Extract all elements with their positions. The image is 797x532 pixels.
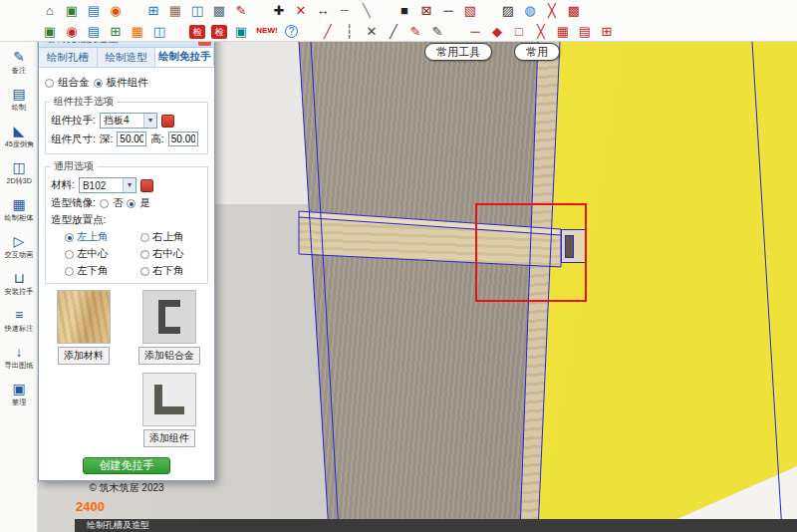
check-badge-icon[interactable]: 检: [189, 25, 205, 39]
sidebar-item-organize[interactable]: ▣ 整理: [0, 376, 38, 412]
radio-mirror-yes[interactable]: [127, 199, 135, 208]
top-toolbar: ⌂ ▣ ▤ ◉ ⊞ ▦ ◫ ▩ ✎ ✚ ✕ ↔ ┄ ╲ ■ ⊠ ─ ▧ ▨ ◍ …: [0, 0, 797, 42]
sidebar-item-animation[interactable]: ▷ 交互动画: [0, 228, 38, 265]
add-icon[interactable]: ✚: [271, 3, 287, 19]
red-diamond-icon[interactable]: ◆: [489, 24, 505, 40]
add-component-button[interactable]: 添加组件: [143, 429, 195, 447]
cabinet-icon[interactable]: ▦: [167, 3, 183, 19]
grid-hatch-icon[interactable]: ▩: [566, 3, 582, 19]
radio-mirror-no[interactable]: [100, 199, 109, 208]
red-hline-icon[interactable]: ─: [467, 24, 483, 40]
solid-square-icon[interactable]: ■: [397, 3, 412, 19]
materials-icon[interactable]: ▤: [86, 3, 102, 19]
x-tool-icon[interactable]: ✕: [364, 24, 380, 40]
handle-picker-button[interactable]: [161, 115, 174, 128]
placement-label: 造型放置点:: [51, 213, 106, 227]
teal-panel-icon[interactable]: ▣: [233, 24, 249, 40]
orange-grid-icon[interactable]: ▦: [130, 24, 145, 40]
placement-top-left[interactable]: 左上角: [65, 230, 127, 244]
placement-mid-right[interactable]: 右中心: [140, 247, 202, 261]
sidebar-item-handle[interactable]: ⊔ 安装拉手: [0, 265, 38, 302]
h-line-icon[interactable]: ─: [440, 3, 456, 19]
red-rows-icon[interactable]: ▤: [577, 24, 593, 40]
home-icon[interactable]: ⌂: [42, 3, 58, 19]
handle-select[interactable]: 挡板4 ▾: [100, 113, 157, 129]
radio-mid-left[interactable]: [65, 250, 74, 259]
add-aluminum-button[interactable]: 添加铝合金: [138, 347, 200, 365]
material-picker-button[interactable]: [140, 179, 153, 192]
red-line-icon[interactable]: ╱: [320, 24, 336, 40]
green-grid-icon[interactable]: ⊞: [108, 24, 124, 40]
handle-select-row: 组件拉手: 挡板4 ▾: [51, 113, 202, 129]
placement-bottom-left[interactable]: 左下角: [65, 264, 127, 278]
dashed-line-icon[interactable]: ┄: [337, 3, 353, 19]
material-select[interactable]: B102 ▾: [79, 177, 136, 193]
radio-panel-component[interactable]: [94, 79, 103, 88]
dialog-footer: © 筑木筑居 2023: [45, 481, 208, 495]
create-handle-free-button[interactable]: 创建免拉手: [83, 457, 170, 474]
handle-options-group: 组件拉手选项 组件拉手: 挡板4 ▾ 组件尺寸: 深: 高:: [45, 95, 208, 154]
material-preview[interactable]: [57, 290, 111, 344]
hatch-right-icon[interactable]: ▨: [500, 3, 516, 19]
rail-end-tenon[interactable]: [561, 229, 586, 263]
v-dashed-icon[interactable]: ┆: [342, 24, 358, 40]
sidebar-item-cabinet[interactable]: ▦ 绘制柜体: [0, 191, 38, 228]
help-icon[interactable]: ?: [285, 25, 298, 38]
component-preview[interactable]: [142, 373, 196, 426]
delete-icon[interactable]: ✕: [293, 3, 309, 19]
add-material-button[interactable]: 添加材料: [58, 347, 110, 365]
red-pencil-icon[interactable]: ✎: [407, 24, 423, 40]
sidebar-item-chamfer[interactable]: ◣ 45度倒角: [0, 118, 38, 154]
red-rect-icon[interactable]: □: [511, 24, 527, 40]
blue-rows-icon[interactable]: ▤: [86, 24, 102, 40]
cross-lines-icon[interactable]: ╳: [544, 3, 560, 19]
red-cross-icon[interactable]: ╳: [533, 24, 549, 40]
sidebar-item-export[interactable]: ↓ 导出图纸: [0, 339, 38, 376]
columns-icon[interactable]: ◫: [151, 24, 167, 40]
radio-aluminum-group[interactable]: [45, 79, 54, 88]
tab-draw-holes[interactable]: 绘制孔槽: [39, 48, 98, 67]
sidebar-item-2d3d[interactable]: ◫ 2D转3D: [0, 154, 38, 191]
views-icon[interactable]: ◫: [189, 3, 205, 19]
line-tool-icon[interactable]: ╱: [386, 24, 401, 40]
radio-top-right[interactable]: [140, 233, 149, 242]
move-icon[interactable]: ↔: [315, 3, 331, 19]
green-panel-icon[interactable]: ▣: [42, 24, 58, 40]
styles-icon[interactable]: ◉: [108, 3, 124, 19]
radio-bottom-left[interactable]: [65, 267, 74, 276]
tab-draw-shapes[interactable]: 绘制造型: [98, 48, 156, 67]
annotate-icon[interactable]: ✎: [233, 3, 249, 19]
split-view-icon[interactable]: ◍: [522, 3, 538, 19]
diagonal-line-icon[interactable]: ╲: [359, 3, 375, 19]
crossed-box-icon[interactable]: ⊠: [418, 3, 434, 19]
scenes-icon[interactable]: ▩: [211, 3, 227, 19]
sidebar-item-draw[interactable]: ▤ 绘制: [0, 81, 38, 118]
handle-options-legend: 组件拉手选项: [51, 95, 117, 109]
radio-bottom-right[interactable]: [140, 267, 149, 276]
pencil-icon[interactable]: ✎: [429, 24, 445, 40]
type-radio-row: 组合金 板件组件: [45, 76, 208, 90]
profile-thumb-column: 添加铝合金 添加组件: [131, 290, 208, 447]
common-pill[interactable]: 常用: [514, 43, 560, 61]
depth-input[interactable]: [117, 132, 146, 146]
sidebar-item-dimension[interactable]: ≡ 快速标注: [0, 302, 38, 339]
layers-icon[interactable]: ⊞: [145, 3, 161, 19]
aluminum-preview[interactable]: [142, 290, 196, 344]
new-badge: NEW!: [255, 24, 279, 40]
common-tools-pill[interactable]: 常用工具: [424, 43, 492, 61]
sidebar-item-note[interactable]: ✎ 备注: [0, 44, 38, 81]
check-badge-icon[interactable]: 检: [211, 25, 227, 39]
height-input[interactable]: [168, 132, 198, 146]
hatch-left-icon[interactable]: ▧: [462, 3, 478, 19]
radio-mid-right[interactable]: [140, 250, 149, 259]
placement-mid-left[interactable]: 左中心: [65, 247, 127, 261]
material-select-value: B102: [80, 180, 123, 191]
red-grid-icon[interactable]: ▦: [555, 24, 571, 40]
red-plus-grid-icon[interactable]: ⊞: [599, 24, 615, 40]
red-dot-icon[interactable]: ◉: [64, 24, 80, 40]
components-icon[interactable]: ▣: [64, 3, 80, 19]
placement-bottom-right[interactable]: 右下角: [140, 264, 202, 278]
radio-top-left[interactable]: [65, 233, 74, 242]
placement-top-right[interactable]: 右上角: [140, 230, 202, 244]
tab-draw-handle-free[interactable]: 绘制免拉手: [155, 48, 214, 67]
